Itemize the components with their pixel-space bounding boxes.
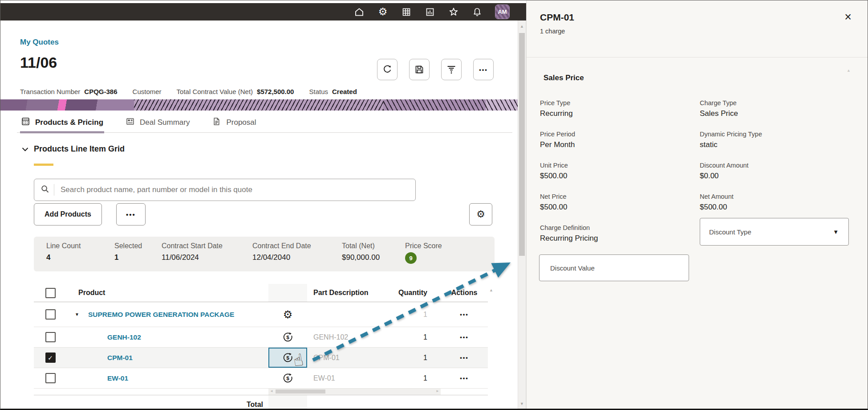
- table-row-genh-102: GENH-102 $ GENH-102 1 •••: [34, 327, 488, 348]
- discount-type-select[interactable]: Discount Type ▼: [700, 218, 849, 246]
- row-actions-button[interactable]: •••: [441, 327, 488, 347]
- total-contract-value: Total Contract Value (Net)$572,500.00: [177, 88, 294, 95]
- quantity-value: 1: [388, 348, 441, 368]
- expand-caret-icon[interactable]: ▼: [75, 312, 88, 317]
- pricing-cell[interactable]: $: [268, 368, 307, 388]
- recurring-price-icon: $: [282, 331, 294, 343]
- hscroll-thumb[interactable]: [276, 390, 325, 394]
- document-icon: [212, 117, 221, 128]
- favorites-icon[interactable]: [448, 6, 459, 18]
- pricing-cell-selected[interactable]: $: [268, 348, 307, 368]
- horizontal-scrollbar[interactable]: ◄ ►: [268, 389, 441, 395]
- row-checkbox-checked[interactable]: ✓: [45, 353, 56, 363]
- col-product[interactable]: Product: [67, 284, 268, 302]
- chevron-down-icon: [22, 144, 28, 154]
- save-button[interactable]: [409, 59, 430, 80]
- scroll-down-icon[interactable]: ▼: [518, 402, 526, 406]
- part-description-value: [307, 302, 388, 327]
- table-header-row: Product Part Description Quantity Action…: [34, 284, 488, 302]
- sales-price-heading: Sales Price: [544, 74, 584, 82]
- tab-proposal[interactable]: Proposal: [211, 113, 257, 132]
- notifications-icon[interactable]: [471, 6, 483, 18]
- tab-deal-summary[interactable]: Deal Summary: [125, 113, 191, 132]
- row-checkbox[interactable]: [45, 373, 56, 383]
- table-scroll-up-icon[interactable]: ▲: [489, 288, 493, 292]
- table-total-row: Total: [34, 395, 488, 410]
- grid-settings-gear-icon[interactable]: ⚙: [469, 203, 492, 226]
- scroll-left-icon[interactable]: ◄: [270, 389, 273, 393]
- product-link[interactable]: SUPREMO POWER GENERATION PACKAGE: [88, 311, 234, 319]
- summary-total-net: Total (Net)$90,000.00: [342, 242, 380, 262]
- app-window: ⚙ AM My Quotes 11/06: [0, 0, 868, 410]
- panel-title: CPM-01: [540, 12, 574, 23]
- scroll-up-icon[interactable]: ▲: [518, 24, 526, 29]
- main-vertical-scrollbar[interactable]: ▲ ▼: [518, 20, 526, 409]
- quantity-value: 1: [388, 327, 441, 347]
- row-checkbox[interactable]: [45, 332, 56, 342]
- row-actions-button[interactable]: •••: [441, 348, 488, 368]
- home-icon[interactable]: [353, 6, 365, 18]
- product-link[interactable]: CPM-01: [107, 354, 133, 362]
- quantity-value: 1: [388, 302, 441, 327]
- col-icons: [268, 284, 307, 302]
- charge-fields: Price TypeRecurring Charge TypeSales Pri…: [540, 93, 858, 249]
- section-products-line-item-grid[interactable]: Products Line Item Grid: [22, 144, 125, 154]
- calculator-icon: [21, 117, 30, 128]
- panel-scroll-up-icon[interactable]: ▲: [847, 68, 851, 73]
- total-label: Total: [34, 395, 268, 410]
- discount-value-input[interactable]: Discount Value: [539, 254, 689, 281]
- settings-icon[interactable]: ⚙: [377, 6, 389, 18]
- status-badge: Created: [332, 88, 357, 95]
- refresh-button[interactable]: [377, 59, 397, 80]
- field-dynamic-pricing-type: Dynamic Pricing Typestatic: [700, 124, 858, 156]
- card-icon: [126, 117, 135, 128]
- product-link[interactable]: GENH-102: [107, 333, 141, 341]
- product-link[interactable]: EW-01: [107, 374, 128, 382]
- grid-more-button[interactable]: •••: [116, 203, 146, 226]
- field-discount-amount: Discount Amount$0.00: [700, 156, 858, 187]
- row-checkbox[interactable]: [45, 309, 56, 320]
- breadcrumb-my-quotes[interactable]: My Quotes: [20, 38, 59, 47]
- quote-meta: Transaction NumberCPQG-386 Customer Tota…: [20, 88, 357, 95]
- chevron-down-icon: ▼: [833, 229, 839, 235]
- chart-icon[interactable]: [424, 6, 436, 18]
- svg-text:$: $: [286, 375, 289, 381]
- col-quantity[interactable]: Quantity: [388, 284, 441, 302]
- page-title: 11/06: [20, 54, 57, 71]
- section-underline: [34, 164, 53, 166]
- table-row-supremo: ▼ SUPREMO POWER GENERATION PACKAGE ⚙ 1 •…: [34, 302, 488, 327]
- grid-icon[interactable]: [401, 6, 412, 18]
- part-description-value: GENH-102: [307, 327, 388, 347]
- configure-gear-icon[interactable]: ⚙: [283, 308, 293, 321]
- field-price-period: Price PeriodPer Month: [540, 124, 700, 156]
- search-input[interactable]: [60, 185, 409, 195]
- summary-line-count: Line Count4: [46, 242, 81, 262]
- tab-products-pricing[interactable]: Products & Pricing: [20, 113, 104, 132]
- quantity-value: 1: [388, 368, 441, 388]
- panel-subtitle: 1 charge: [540, 28, 565, 35]
- user-avatar[interactable]: AM: [495, 4, 510, 19]
- vscroll-thumb[interactable]: [519, 33, 525, 256]
- decorative-banner: [0, 99, 518, 111]
- configure-cell[interactable]: ⚙: [268, 302, 307, 327]
- table-row-ew-01: EW-01 $ EW-01 1 •••: [34, 368, 488, 389]
- tab-bar: Products & Pricing Deal Summary Proposal: [20, 113, 257, 132]
- more-actions-button[interactable]: •••: [473, 59, 494, 80]
- tab-divider: [17, 132, 512, 133]
- pricing-cell[interactable]: $: [268, 327, 307, 347]
- filter-button[interactable]: [441, 59, 462, 80]
- add-products-button[interactable]: Add Products: [34, 203, 102, 226]
- row-actions-button[interactable]: •••: [441, 368, 488, 388]
- select-all-checkbox[interactable]: [45, 288, 56, 298]
- status: StatusCreated: [309, 88, 357, 95]
- part-description-value: EW-01: [307, 368, 388, 388]
- svg-text:$: $: [286, 355, 289, 361]
- col-part-description[interactable]: Part Description: [307, 284, 388, 302]
- scroll-right-icon[interactable]: ►: [436, 389, 439, 393]
- summary-price-score: Price Score9: [405, 242, 442, 264]
- close-icon[interactable]: ×: [844, 11, 852, 23]
- panel-divider: [527, 57, 868, 57]
- transaction-number: Transaction NumberCPQG-386: [20, 88, 118, 95]
- summary-contract-start: Contract Start Date11/06/2024: [162, 242, 223, 262]
- row-actions-button[interactable]: •••: [441, 302, 488, 327]
